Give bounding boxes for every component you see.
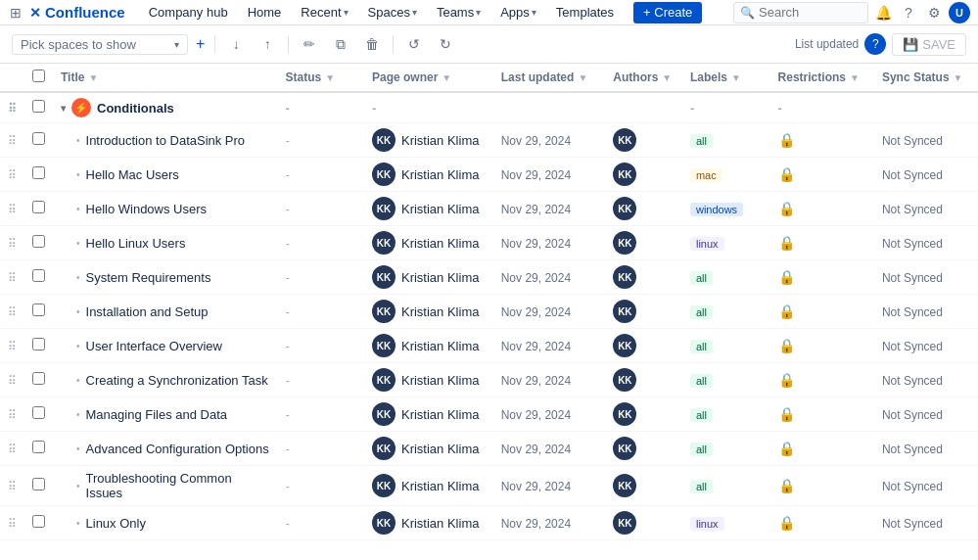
nav-spaces[interactable]: Spaces ▾ xyxy=(358,0,427,25)
row-drag-handle[interactable]: ⠿ xyxy=(0,226,24,260)
row-drag-handle[interactable]: ⠿ xyxy=(0,192,24,226)
search-box[interactable]: 🔍 xyxy=(733,2,868,23)
row-authors-cell: KK xyxy=(605,226,682,260)
select-all-checkbox[interactable] xyxy=(32,70,45,82)
row-drag-handle[interactable]: ⠿ xyxy=(0,397,24,432)
page-title-link[interactable]: Hello Mac Users xyxy=(86,167,179,182)
move-down-button[interactable]: ↓ xyxy=(223,31,249,57)
row-checkbox[interactable] xyxy=(32,478,45,490)
labels-sort[interactable]: Labels ▼ xyxy=(690,70,763,84)
title-sort[interactable]: Title ▼ xyxy=(61,70,270,84)
owner-sort[interactable]: Page owner ▼ xyxy=(372,70,486,84)
row-drag-handle[interactable]: ⠿ xyxy=(0,329,24,363)
row-status-cell: - xyxy=(278,432,364,466)
page-title-link[interactable]: Hello Windows Users xyxy=(86,202,208,216)
row-checkbox[interactable] xyxy=(32,235,45,248)
status-sort[interactable]: Status ▼ xyxy=(286,70,356,84)
restrictions-filter-icon[interactable]: ▼ xyxy=(850,72,860,83)
row-checkbox[interactable] xyxy=(32,338,45,350)
page-title-link[interactable]: Linux Only xyxy=(86,516,146,531)
row-drag-handle[interactable]: ⠿ xyxy=(0,363,24,397)
page-title-link[interactable]: Troubleshooting Common Issues xyxy=(86,471,270,500)
space-picker[interactable]: Pick spaces to show ▾ xyxy=(12,34,188,55)
row-checkbox-cell xyxy=(24,466,53,506)
inline-help-button[interactable]: ? xyxy=(864,33,886,55)
help-button[interactable]: ? xyxy=(898,2,919,23)
row-checkbox[interactable] xyxy=(32,441,45,453)
row-checkbox[interactable] xyxy=(32,132,45,145)
row-drag-handle[interactable]: ⠿ xyxy=(0,295,24,329)
page-title-link[interactable]: Hello Linux Users xyxy=(86,236,186,251)
nav-apps[interactable]: Apps ▾ xyxy=(490,0,546,25)
restrictions-sort[interactable]: Restrictions ▼ xyxy=(778,70,866,84)
page-title-link[interactable]: Installation and Setup xyxy=(86,304,209,319)
row-restrictions-cell: 🔒 xyxy=(770,432,874,466)
search-input[interactable] xyxy=(759,5,862,20)
sync-status-value: Not Synced xyxy=(882,408,943,422)
undo-button[interactable]: ↺ xyxy=(401,31,427,57)
nav-company-hub[interactable]: Company hub xyxy=(139,0,238,25)
page-title-link[interactable]: System Requirements xyxy=(86,270,211,285)
table-row: ⠿ • Hello Windows Users - KK Kristian Kl… xyxy=(0,192,978,226)
notifications-button[interactable]: 🔔 xyxy=(872,2,894,23)
user-avatar[interactable]: U xyxy=(949,2,970,23)
grid-icon[interactable]: ⊞ xyxy=(8,5,23,21)
row-drag-handle[interactable]: ⠿ xyxy=(0,506,24,540)
owner-dash: - xyxy=(372,101,376,116)
row-drag-handle[interactable]: ⠿ xyxy=(0,123,24,158)
owner-avatar: KK xyxy=(372,437,396,460)
confluence-logo[interactable]: ✕ Confluence xyxy=(29,4,125,21)
title-filter-icon[interactable]: ▼ xyxy=(88,72,98,83)
row-drag-handle[interactable]: ⠿ xyxy=(0,158,24,192)
create-button[interactable]: + Create xyxy=(633,2,702,23)
row-checkbox[interactable] xyxy=(32,406,45,419)
settings-button[interactable]: ⚙ xyxy=(923,2,945,23)
owner-avatar: KK xyxy=(372,300,396,323)
owner-filter-icon[interactable]: ▼ xyxy=(442,72,451,83)
row-drag-handle[interactable]: ⠿ xyxy=(0,466,24,506)
authors-filter-icon[interactable]: ▼ xyxy=(662,72,672,83)
owner-avatar: KK xyxy=(372,163,396,186)
labels-filter-icon[interactable]: ▼ xyxy=(731,72,741,83)
row-checkbox[interactable] xyxy=(32,515,45,528)
delete-button[interactable]: 🗑 xyxy=(359,31,385,57)
nav-recent[interactable]: Recent ▾ xyxy=(291,0,357,25)
nav-teams[interactable]: Teams ▾ xyxy=(427,0,490,25)
sync-filter-icon[interactable]: ▼ xyxy=(954,72,963,83)
page-title-link[interactable]: User Interface Overview xyxy=(86,339,222,353)
row-checkbox[interactable] xyxy=(32,303,45,316)
authors-sort[interactable]: Authors ▼ xyxy=(613,70,675,84)
expand-button[interactable]: ▾ xyxy=(61,103,66,114)
lock-icon: 🔒 xyxy=(778,303,795,319)
status-filter-icon[interactable]: ▼ xyxy=(325,72,335,83)
row-drag-handle[interactable]: ⠿ xyxy=(0,432,24,466)
page-title-link[interactable]: Creating a Synchronization Task xyxy=(86,373,268,388)
row-checkbox[interactable] xyxy=(32,100,45,113)
status-value: - xyxy=(286,202,290,216)
redo-button[interactable]: ↻ xyxy=(433,31,458,57)
row-drag-handle[interactable]: ⠿ xyxy=(0,260,24,295)
updated-filter-icon[interactable]: ▼ xyxy=(578,72,587,83)
row-owner-cell: - xyxy=(364,92,493,123)
save-button[interactable]: 💾 SAVE xyxy=(892,33,966,56)
row-checkbox[interactable] xyxy=(32,201,45,213)
copy-button[interactable]: ⧉ xyxy=(328,31,353,57)
nav-templates[interactable]: Templates xyxy=(546,0,624,25)
page-title-link[interactable]: Introduction to DataSink Pro xyxy=(86,133,246,148)
move-up-button[interactable]: ↑ xyxy=(255,31,280,57)
page-title-link[interactable]: Conditionals xyxy=(97,101,174,116)
row-drag-handle[interactable]: ⠿ xyxy=(0,92,24,123)
nav-home[interactable]: Home xyxy=(238,0,292,25)
row-authors-cell: KK xyxy=(605,506,682,540)
page-title-link[interactable]: Managing Files and Data xyxy=(86,407,228,422)
row-checkbox[interactable] xyxy=(32,166,45,179)
row-checkbox[interactable] xyxy=(32,372,45,385)
label-badge: linux xyxy=(690,517,724,531)
page-title-link[interactable]: Advanced Configuration Options xyxy=(86,442,269,456)
sync-sort[interactable]: Sync Status ▼ xyxy=(882,70,970,84)
row-checkbox[interactable] xyxy=(32,269,45,282)
updated-sort[interactable]: Last updated ▼ xyxy=(501,70,598,84)
col-owner-header: Page owner ▼ xyxy=(364,64,493,92)
edit-button[interactable]: ✏ xyxy=(297,31,322,57)
add-space-button[interactable]: + xyxy=(194,35,207,53)
